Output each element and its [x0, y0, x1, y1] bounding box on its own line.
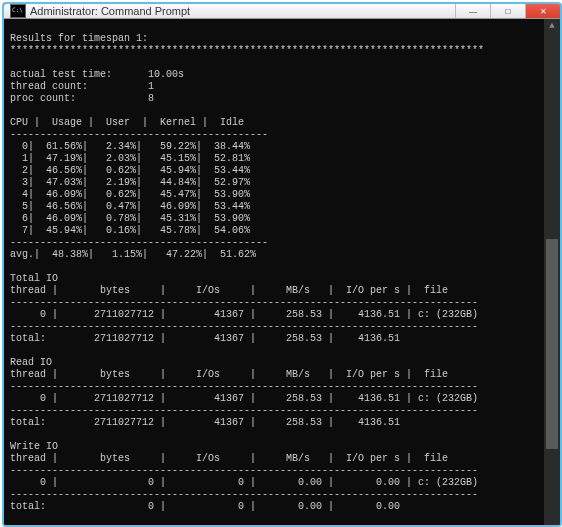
- cmd-icon: [10, 4, 26, 18]
- console-body: Results for timespan 1: ****************…: [4, 19, 560, 527]
- app-window: Administrator: Command Prompt — □ ✕ Resu…: [2, 2, 562, 527]
- scroll-thumb[interactable]: [546, 239, 558, 449]
- minimize-button[interactable]: —: [455, 4, 490, 18]
- scrollbar[interactable]: ▲ ▼: [544, 19, 560, 527]
- scroll-up-icon[interactable]: ▲: [544, 19, 560, 33]
- window-controls: — □ ✕: [455, 4, 560, 18]
- close-button[interactable]: ✕: [525, 4, 560, 18]
- maximize-button[interactable]: □: [490, 4, 525, 18]
- console-output[interactable]: Results for timespan 1: ****************…: [4, 19, 560, 527]
- titlebar[interactable]: Administrator: Command Prompt — □ ✕: [4, 4, 560, 19]
- window-title: Administrator: Command Prompt: [30, 5, 455, 17]
